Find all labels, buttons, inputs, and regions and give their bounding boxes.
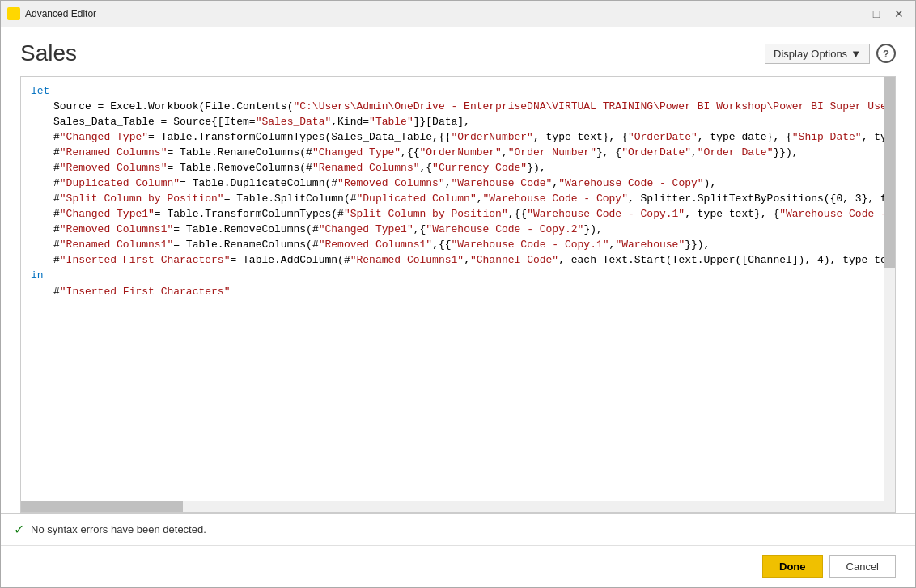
- code-token: #: [53, 129, 60, 145]
- code-token: "Order Number": [508, 145, 596, 160]
- code-line: #"Changed Type1" = Table.TransformColumn…: [21, 206, 895, 222]
- code-line: [21, 438, 895, 453]
- code-token: = Table.AddColumn(#: [230, 252, 350, 268]
- code-line: #"Renamed Columns" = Table.RenameColumns…: [21, 145, 895, 160]
- code-token: ,: [609, 237, 616, 252]
- code-token: "Channel Code": [470, 252, 558, 268]
- code-token: "Changed Type1": [60, 206, 155, 222]
- horizontal-scrollbar[interactable]: [21, 501, 895, 512]
- code-token: ),: [704, 176, 717, 191]
- maximize-button[interactable]: □: [867, 6, 886, 22]
- code-line: [21, 361, 895, 376]
- code-token: }),: [583, 222, 602, 237]
- code-token: , Splitter.SplitTextByPositions({0, 3}, …: [628, 191, 895, 206]
- code-line: [21, 315, 895, 330]
- code-token: = Table.SplitColumn(#: [224, 191, 357, 206]
- code-line: Sales_Data_Table = Source{[Item="Sales_D…: [21, 114, 895, 129]
- code-token: "Order Date": [698, 145, 774, 160]
- done-button[interactable]: Done: [762, 555, 823, 578]
- code-token: "Warehouse Code": [452, 176, 553, 191]
- code-line: #"Inserted First Characters" = Table.Add…: [21, 252, 895, 268]
- code-token: Source = Excel.Workbook(File.Contents(: [53, 99, 293, 114]
- window-controls: — □ ✕: [844, 6, 909, 22]
- code-token: #: [53, 191, 60, 206]
- code-token: "Ship Date": [792, 129, 862, 145]
- code-token: "Renamed Columns1": [60, 237, 173, 252]
- advanced-editor-window: Advanced Editor — □ ✕ Sales Display Opti…: [0, 0, 916, 588]
- code-token: in: [31, 268, 44, 283]
- display-options-button[interactable]: Display Options ▼: [765, 44, 870, 64]
- vertical-scrollbar[interactable]: [884, 77, 895, 501]
- code-line: #"Removed Columns1" = Table.RemoveColumn…: [21, 222, 895, 237]
- code-token: "Inserted First Characters": [60, 252, 231, 268]
- code-token: "Warehouse Code - Cop: [779, 206, 895, 222]
- page-title: Sales: [20, 40, 77, 66]
- code-line: [21, 376, 895, 391]
- code-token: #: [53, 252, 60, 268]
- status-message: No syntax errors have been detected.: [31, 523, 206, 535]
- code-line: #"Split Column by Position" = Table.Spli…: [21, 191, 895, 206]
- code-line: [21, 330, 895, 345]
- code-token: }}),: [685, 237, 710, 252]
- code-token: = Table.DuplicateColumn(#: [180, 176, 337, 191]
- code-editor[interactable]: letSource = Excel.Workbook(File.Contents…: [21, 77, 895, 459]
- code-line: [21, 422, 895, 438]
- code-token: "OrderNumber": [420, 145, 502, 160]
- code-token: "Removed Columns1": [60, 222, 173, 237]
- code-token: let: [31, 83, 49, 99]
- code-token: "C:\Users\Admin\OneDrive - EnterpriseDNA…: [293, 99, 895, 114]
- bottom-bar: Done Cancel: [1, 545, 915, 587]
- code-line: #"Inserted First Characters": [21, 283, 895, 299]
- editor-scroll-area[interactable]: letSource = Excel.Workbook(File.Contents…: [21, 77, 895, 501]
- scrollbar-thumb[interactable]: [884, 77, 895, 268]
- code-line: #"Removed Columns" = Table.RemoveColumns…: [21, 160, 895, 176]
- code-token: Sales_Data_Table = Source{[Item=: [53, 114, 256, 129]
- help-button[interactable]: ?: [876, 44, 896, 63]
- code-token: "Split Column by Position": [60, 191, 224, 206]
- code-token: = Table.RenameColumns(#: [173, 237, 318, 252]
- hscrollbar-thumb[interactable]: [21, 501, 183, 512]
- code-token: ,{{: [401, 145, 419, 160]
- header-row: Sales Display Options ▼ ?: [20, 40, 896, 66]
- code-token: ,: [691, 145, 698, 160]
- close-button[interactable]: ✕: [889, 6, 909, 22]
- code-token: ,Kind=: [331, 114, 369, 129]
- code-token: #: [53, 160, 60, 176]
- content-area: Sales Display Options ▼ ? letSource = Ex…: [1, 27, 915, 513]
- code-token: "Renamed Columns": [312, 160, 420, 176]
- code-token: }),: [527, 160, 545, 176]
- code-token: ,: [445, 176, 452, 191]
- code-token: = Table.TransformColumnTypes(Sales_Data_…: [148, 129, 451, 145]
- code-token: , type text}, {: [533, 129, 628, 145]
- header-right: Display Options ▼ ?: [765, 44, 896, 64]
- code-token: ,: [477, 191, 483, 206]
- code-token: #: [53, 222, 60, 237]
- window-title: Advanced Editor: [25, 8, 844, 19]
- code-token: "Split Column by Position": [344, 206, 508, 222]
- code-token: ,{{: [508, 206, 527, 222]
- code-token: "Duplicated Column": [356, 191, 476, 206]
- code-line: #"Changed Type" = Table.TransformColumnT…: [21, 129, 895, 145]
- display-options-label: Display Options: [774, 48, 847, 60]
- code-token: , type text}, {: [685, 206, 779, 222]
- code-token: "Sales_Data": [256, 114, 332, 129]
- code-token: "Removed Columns1": [319, 237, 432, 252]
- code-token: "Inserted First Characters": [60, 284, 231, 299]
- code-token: "Warehouse Code - Copy.1": [452, 237, 609, 252]
- code-line: [21, 407, 895, 422]
- editor-container[interactable]: letSource = Excel.Workbook(File.Contents…: [20, 76, 896, 513]
- code-token: "Warehouse Code - Copy": [483, 191, 628, 206]
- code-token: = Table.RemoveColumns(#: [173, 222, 318, 237]
- code-token: "Removed Columns": [60, 160, 168, 176]
- code-line: #"Duplicated Column" = Table.DuplicateCo…: [21, 176, 895, 191]
- minimize-button[interactable]: —: [844, 6, 863, 22]
- code-token: "Changed Type": [60, 129, 148, 145]
- code-token: #: [53, 176, 60, 191]
- code-token: "Duplicated Column": [60, 176, 180, 191]
- code-token: "Warehouse Code - Copy.2": [426, 222, 583, 237]
- cancel-button[interactable]: Cancel: [829, 555, 896, 578]
- code-token: ,{{: [432, 237, 451, 252]
- code-token: ,{: [413, 222, 426, 237]
- code-line: let: [21, 83, 895, 99]
- code-token: ,: [464, 252, 470, 268]
